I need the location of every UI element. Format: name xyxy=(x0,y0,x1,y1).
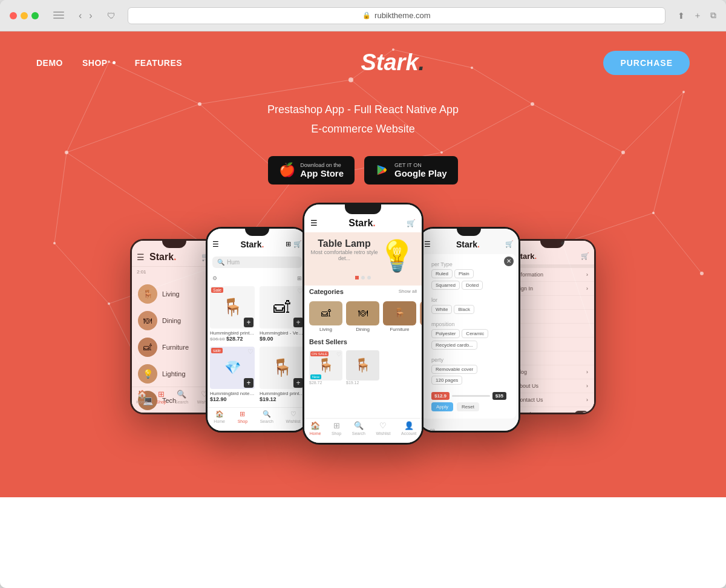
phone-1-bottom-nav: 🏠Home ⊞Shop 🔍Search ♡Wishlist xyxy=(132,387,216,407)
list-item[interactable]: 🍽 Dining xyxy=(132,307,216,334)
close-filter-button[interactable]: ✕ xyxy=(504,256,514,266)
list-item[interactable]: 🪑 Living xyxy=(132,281,216,307)
chip-polyester[interactable]: Polyester xyxy=(431,329,460,338)
share-icon[interactable]: ⬆ xyxy=(678,11,685,21)
cat-img: 🪑 xyxy=(383,301,416,325)
phone-4-bg-content: re p xyxy=(419,421,518,431)
menu-item-plus4[interactable]: + xyxy=(510,338,594,351)
filter-icon[interactable]: ⚙ xyxy=(212,275,217,281)
tabs-icon[interactable]: ⧉ xyxy=(710,10,716,21)
nav-search[interactable]: 🔍Search xyxy=(352,421,365,436)
best-sellers-header: Best Sellers xyxy=(304,336,422,348)
table-row[interactable]: 💎 ♡ sale + Hummingbird notebook... $12.9… xyxy=(208,344,257,405)
chip-black[interactable]: Black xyxy=(454,305,474,314)
nav-shop-link[interactable]: SHOP xyxy=(82,58,108,68)
close-button[interactable] xyxy=(10,12,17,19)
maximize-button[interactable] xyxy=(31,12,39,19)
chip-squarred[interactable]: Squarred xyxy=(431,281,460,290)
menu-item-newsletter[interactable]: Newsletter xyxy=(510,407,594,413)
chip-recycled[interactable]: Recycled cardb... xyxy=(431,341,477,350)
filter-section-type: per Type Ruled Plain Squarred Doted xyxy=(427,259,511,295)
wishlist-icon[interactable]: ♡ xyxy=(336,351,341,358)
chip-pages[interactable]: 120 pages xyxy=(431,376,462,385)
search-icon: 🔍 xyxy=(217,259,224,266)
chip-ruled[interactable]: Ruled xyxy=(431,269,453,278)
phone-1-menu-icon: ☰ xyxy=(137,252,145,262)
chip-ceramic[interactable]: Ceramic xyxy=(462,329,488,338)
address-bar[interactable]: 🔒 rubiktheme.com xyxy=(128,7,666,24)
wishlist-icon[interactable]: ♡ xyxy=(247,348,253,356)
reset-button[interactable]: Reset xyxy=(457,402,479,411)
list-item[interactable]: 🛋 Furniture xyxy=(132,334,216,361)
chip-white[interactable]: White xyxy=(431,305,452,314)
menu-item-plus2[interactable]: + xyxy=(510,310,594,324)
sidebar-toggle-icon[interactable] xyxy=(53,11,64,20)
purchase-button[interactable]: PURCHASE xyxy=(603,51,690,75)
nav-wishlist[interactable]: ♡Wishlist xyxy=(376,421,390,436)
nav-features-link[interactable]: FEATURES xyxy=(135,58,182,68)
cat-label: Dining xyxy=(346,327,379,332)
nav-wishlist[interactable]: ♡Wishlist xyxy=(286,410,301,423)
menu-item-plus3[interactable]: + xyxy=(510,324,594,338)
menu-item-contact[interactable]: Contact Us › xyxy=(510,393,594,407)
add-to-cart-icon[interactable]: + xyxy=(244,318,253,327)
phone-2-filter-row: ⚙ ⊞ xyxy=(208,273,307,284)
cat-thumb-dining[interactable]: 🍽 Dining xyxy=(346,301,379,332)
menu-item-plus1[interactable]: + xyxy=(510,296,594,310)
nav-search[interactable]: 🔍Search xyxy=(260,410,273,423)
filter-comp-chips-2: Recycled cardb... xyxy=(431,341,506,350)
cat-label: Lighting xyxy=(162,370,186,377)
menu-item-blog[interactable]: Blog › xyxy=(510,365,594,379)
minimize-button[interactable] xyxy=(21,12,28,19)
table-row[interactable]: 🪑 + Hummingbird printe... $19.12 xyxy=(257,344,307,405)
table-row[interactable]: 🪑 Sale + Hummingbird printed s... $36.18… xyxy=(208,284,257,344)
cat-img: 🛋 xyxy=(309,301,342,325)
nav-shop[interactable]: ⊞Shop xyxy=(156,390,166,404)
nav-home[interactable]: 🏠Home xyxy=(214,410,225,423)
menu-item-about[interactable]: About Us › xyxy=(510,379,594,393)
menu-item-info[interactable]: Information › xyxy=(510,268,594,282)
newsletter-toggle[interactable] xyxy=(575,411,588,413)
grid-icon[interactable]: ⊞ xyxy=(297,275,302,281)
chip-plain[interactable]: Plain xyxy=(454,269,474,278)
show-all-link[interactable]: Show all xyxy=(399,289,417,294)
add-to-cart-icon[interactable]: + xyxy=(293,318,303,327)
phone-3-product-info: Table Lamp Most comfortable retro style … xyxy=(310,238,378,273)
chip-doted[interactable]: Doted xyxy=(462,281,483,290)
product-img-4: 🪑 + xyxy=(260,347,304,389)
best-seller-item[interactable]: 🪑 ON SALE ♡ New $28.72 xyxy=(309,350,342,385)
nav-shop[interactable]: ⊞Shop xyxy=(332,421,341,436)
nav-shop[interactable]: ⊞Shop xyxy=(238,410,247,423)
table-row[interactable]: 🛋 ♡ + Hummingbird - Vec... $9.00 xyxy=(257,284,307,344)
add-to-cart-icon[interactable]: + xyxy=(244,378,253,388)
menu-item-signin[interactable]: Sign In › xyxy=(510,282,594,296)
forward-arrow-icon[interactable]: › xyxy=(87,9,94,22)
list-item[interactable]: 💡 Lighting xyxy=(132,361,216,387)
phone-2-search[interactable]: 🔍 Hum xyxy=(212,256,302,268)
app-store-badge[interactable]: 🍎 Download on the App Store xyxy=(268,156,355,185)
best-seller-item-2[interactable]: 🪑 $19.12 xyxy=(346,350,379,385)
nav-demo-link[interactable]: DEMO xyxy=(36,58,63,68)
lock-icon: 🔒 xyxy=(362,11,371,19)
phone-5-notch xyxy=(540,241,564,248)
menu-item-plus5[interactable]: + xyxy=(510,351,594,365)
apply-button[interactable]: Apply xyxy=(431,402,453,411)
phone-2-wrapper: ☰ Stark. ⊞ 🛒 🔍 Hum xyxy=(206,227,309,445)
add-to-cart-icon[interactable]: + xyxy=(293,378,303,388)
product-img-3: 💎 ♡ sale + xyxy=(210,347,255,389)
cat-thumb-li[interactable]: 💡 Li... xyxy=(420,301,422,332)
nav-home[interactable]: 🏠Home xyxy=(136,390,148,404)
nav-home[interactable]: 🏠Home xyxy=(310,421,321,436)
google-play-badge[interactable]: GET IT ON Google Play xyxy=(364,156,458,185)
new-tab-icon[interactable]: ＋ xyxy=(693,10,702,21)
back-arrow-icon[interactable]: ‹ xyxy=(76,9,84,22)
product-name: Hummingbird printed s... xyxy=(210,330,255,336)
nav-search[interactable]: 🔍Search xyxy=(175,390,188,404)
cat-thumb-living[interactable]: 🛋 Living xyxy=(309,301,342,332)
max-price-tag: $35 xyxy=(492,392,506,400)
cat-thumb-furniture[interactable]: 🪑 Furniture xyxy=(383,301,416,332)
nav-account[interactable]: 👤Account xyxy=(401,421,416,436)
chip-removable[interactable]: Removable cover xyxy=(431,365,477,374)
nav-right: PURCHASE xyxy=(603,51,690,75)
chevron-right-icon: › xyxy=(586,272,588,278)
